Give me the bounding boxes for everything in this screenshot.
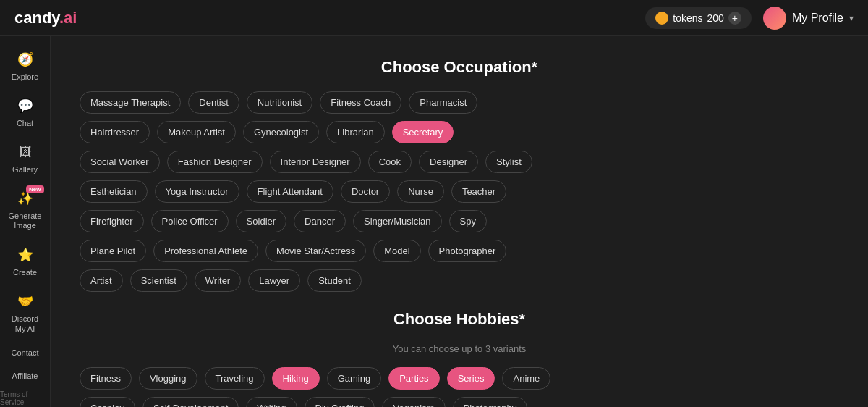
tag-cosplay[interactable]: Cosplay: [80, 397, 135, 407]
tag-nurse[interactable]: Nurse: [397, 180, 444, 203]
sidebar-item-label: Create: [13, 268, 37, 277]
logo: candy.ai: [14, 9, 77, 28]
tag-veganism[interactable]: Veganism: [382, 397, 445, 407]
tag-model[interactable]: Model: [373, 240, 420, 262]
sidebar-item-label: Explore: [12, 72, 38, 81]
tag-self-development[interactable]: Self-Development: [142, 397, 239, 407]
occupation-tags-row-7: Artist Scientist Writer Lawyer Student: [80, 269, 839, 292]
tag-hiking[interactable]: Hiking: [272, 367, 320, 390]
tag-flight-attendant[interactable]: Flight Attendant: [247, 180, 333, 203]
tag-teacher[interactable]: Teacher: [451, 180, 506, 203]
occupation-tags-row-6: Plane Pilot Professional Athlete Movie S…: [80, 240, 839, 262]
tag-movie-star[interactable]: Movie Star/Actress: [265, 240, 366, 262]
main-content: Choose Occupation* Massage Therapist Den…: [51, 36, 868, 407]
sidebar-item-label: Contact: [12, 348, 39, 357]
tag-yoga-instructor[interactable]: Yoga Instructor: [155, 180, 239, 203]
tag-librarian[interactable]: Librarian: [326, 121, 385, 143]
sidebar-item-contact[interactable]: Contact: [4, 343, 47, 363]
tag-artist[interactable]: Artist: [80, 269, 123, 292]
hobbies-subtitle: You can choose up to 3 variants: [80, 343, 839, 354]
sidebar-item-affiliate[interactable]: Affiliate: [4, 366, 47, 386]
sidebar-item-gallery[interactable]: 🖼 Gallery: [4, 136, 47, 180]
occupation-tags-row-1: Massage Therapist Dentist Nutritionist F…: [80, 91, 839, 114]
sidebar-item-explore[interactable]: 🧭 Explore: [4, 43, 47, 87]
tokens-label: tokens: [673, 12, 702, 24]
body-wrap: 🧭 Explore 💬 Chat 🖼 Gallery New ✨ Generat…: [0, 36, 868, 407]
sidebar-item-chat[interactable]: 💬 Chat: [4, 90, 47, 133]
sidebar-item-label: Affiliate: [12, 372, 38, 380]
tag-professional-athlete[interactable]: Professional Athlete: [153, 240, 258, 262]
tag-esthetician[interactable]: Esthetician: [80, 180, 148, 203]
tag-gaming[interactable]: Gaming: [327, 367, 382, 390]
tag-spy[interactable]: Spy: [449, 210, 487, 232]
tag-secretary[interactable]: Secretary: [392, 121, 454, 143]
chevron-down-icon: ▾: [849, 13, 854, 23]
tag-diy-crafting[interactable]: Diy Crafting: [305, 397, 375, 407]
tag-anime[interactable]: Anime: [502, 367, 550, 390]
sidebar-item-discord[interactable]: 🤝 Discord My AI: [4, 285, 47, 339]
topnav: candy.ai tokens 200 + My Profile ▾: [0, 0, 868, 36]
token-coin-icon: [655, 12, 668, 25]
avatar: [763, 7, 786, 30]
sidebar-item-label: Discord My AI: [7, 314, 44, 333]
tag-dancer[interactable]: Dancer: [294, 210, 346, 232]
explore-icon: 🧭: [15, 49, 35, 70]
chat-icon: 💬: [15, 96, 35, 116]
tag-doctor[interactable]: Doctor: [341, 180, 390, 203]
tag-parties[interactable]: Parties: [388, 367, 439, 390]
tag-stylist[interactable]: Stylist: [485, 151, 532, 173]
tag-massage-therapist[interactable]: Massage Therapist: [80, 91, 181, 114]
sidebar-bottom: Terms of Service Privacy Policy: [0, 389, 50, 407]
occupation-tags-row-5: Firefighter Police Officer Soldier Dance…: [80, 210, 839, 232]
tag-fitness[interactable]: Fitness: [80, 367, 132, 390]
tag-dentist[interactable]: Dentist: [188, 91, 239, 114]
tag-interior-designer[interactable]: Interior Designer: [270, 151, 361, 173]
occupation-tags-row-2: Hairdresser Makeup Artist Gynecologist L…: [80, 121, 839, 143]
sidebar: 🧭 Explore 💬 Chat 🖼 Gallery New ✨ Generat…: [0, 36, 51, 407]
gallery-icon: 🖼: [15, 142, 35, 162]
tag-writing[interactable]: Writing: [246, 397, 297, 407]
tag-photographer[interactable]: Photographer: [428, 240, 507, 262]
tag-hairdresser[interactable]: Hairdresser: [80, 121, 150, 143]
tag-student[interactable]: Student: [307, 269, 362, 292]
tag-gynecologist[interactable]: Gynecologist: [243, 121, 319, 143]
tag-firefighter[interactable]: Firefighter: [80, 210, 144, 232]
occupation-section: Choose Occupation* Massage Therapist Den…: [80, 58, 839, 292]
hobbies-tags-row-2: Cosplay Self-Development Writing Diy Cra…: [80, 397, 839, 407]
tag-writer[interactable]: Writer: [195, 269, 241, 292]
tag-photography[interactable]: Photography: [453, 397, 528, 407]
occupation-title: Choose Occupation*: [80, 58, 839, 77]
tag-series[interactable]: Series: [447, 367, 495, 390]
tokens-pill[interactable]: tokens 200 +: [645, 7, 752, 29]
tag-cook[interactable]: Cook: [368, 151, 412, 173]
sidebar-item-generate[interactable]: New ✨ Generate Image: [4, 182, 47, 236]
tag-traveling[interactable]: Traveling: [205, 367, 265, 390]
occupation-tags-row-4: Esthetician Yoga Instructor Flight Atten…: [80, 180, 839, 203]
discord-icon: 🤝: [15, 291, 35, 311]
create-icon: ⭐: [15, 245, 35, 265]
tag-fashion-designer[interactable]: Fashion Designer: [167, 151, 263, 173]
tag-designer[interactable]: Designer: [419, 151, 478, 173]
tag-vlogging[interactable]: Vlogging: [139, 367, 197, 390]
tag-soldier[interactable]: Soldier: [236, 210, 286, 232]
new-badge: New: [26, 185, 43, 193]
sidebar-item-label: Generate Image: [7, 211, 44, 230]
tag-nutritionist[interactable]: Nutritionist: [247, 91, 312, 114]
add-tokens-button[interactable]: +: [728, 12, 741, 25]
sidebar-item-create[interactable]: ⭐ Create: [4, 239, 47, 282]
tag-makeup-artist[interactable]: Makeup Artist: [157, 121, 236, 143]
profile-area[interactable]: My Profile ▾: [763, 7, 854, 30]
terms-link[interactable]: Terms of Service: [0, 389, 50, 407]
tag-social-worker[interactable]: Social Worker: [80, 151, 160, 173]
tag-scientist[interactable]: Scientist: [130, 269, 187, 292]
occupation-tags-row-3: Social Worker Fashion Designer Interior …: [80, 151, 839, 173]
tag-pharmacist[interactable]: Pharmacist: [409, 91, 477, 114]
tag-police-officer[interactable]: Police Officer: [151, 210, 229, 232]
tag-plane-pilot[interactable]: Plane Pilot: [80, 240, 146, 262]
tag-singer-musician[interactable]: Singer/Musician: [353, 210, 442, 232]
hobbies-section: Choose Hobbies* You can choose up to 3 v…: [80, 310, 839, 407]
tag-lawyer[interactable]: Lawyer: [248, 269, 300, 292]
hobbies-title: Choose Hobbies*: [80, 310, 839, 329]
tag-fitness-coach[interactable]: Fitness Coach: [320, 91, 401, 114]
hobbies-tags-row-1: Fitness Vlogging Traveling Hiking Gaming…: [80, 367, 839, 390]
